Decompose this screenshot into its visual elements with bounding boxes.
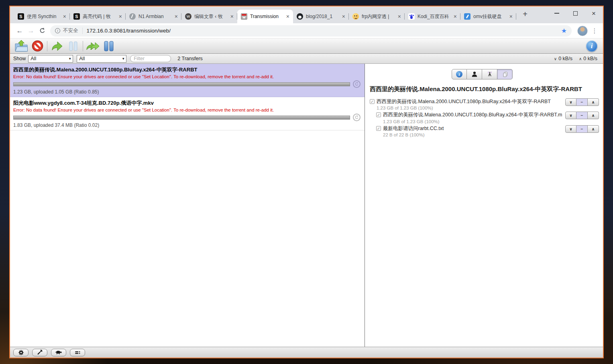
close-button[interactable]: × bbox=[584, 6, 603, 20]
tab-title: Transmission bbox=[250, 14, 285, 19]
tab-title: 高亮代码 | 牧 bbox=[83, 13, 117, 20]
minimize-icon bbox=[554, 13, 559, 14]
open-torrent-button[interactable] bbox=[13, 39, 29, 53]
file-texts: 西西里的美丽传说.Malena.2000.UNCUT.1080p.BluRay.… bbox=[383, 112, 562, 125]
pause-all-button[interactable] bbox=[101, 39, 117, 53]
inspector-tab-info[interactable]: i bbox=[452, 69, 467, 79]
maximize-button[interactable] bbox=[566, 6, 584, 20]
priority-low-button[interactable]: ∨ bbox=[565, 98, 576, 106]
gear-icon bbox=[18, 350, 24, 356]
tab-favicon bbox=[241, 13, 247, 20]
pause-all-icon bbox=[103, 40, 115, 52]
back-button[interactable]: ← bbox=[14, 25, 25, 37]
priority-high-button[interactable]: ∧ bbox=[588, 112, 599, 119]
toggle-inspector-button[interactable]: i bbox=[586, 41, 597, 52]
context-menu-button[interactable] bbox=[70, 349, 85, 356]
bookmark-star-icon[interactable]: ★ bbox=[561, 27, 567, 35]
omnibox[interactable]: i 不安全 172.16.0.3:8081/transmission/web/ … bbox=[50, 25, 572, 37]
priority-normal-button[interactable]: − bbox=[576, 112, 588, 119]
state-filter-value: All bbox=[31, 56, 36, 61]
tab-favicon bbox=[297, 13, 303, 20]
torrent-list: 西西里的美丽传说.Malena.2000.UNCUT.1080p.BluRay.… bbox=[10, 64, 365, 347]
file-row: ✓ 西西里的美丽传说.Malena.2000.UNCUT.1080p.BluRa… bbox=[370, 112, 599, 125]
url-text[interactable]: 172.16.0.3:8081/transmission/web/ bbox=[87, 28, 558, 34]
browser-tab[interactable]: 使用 Syncthin × bbox=[14, 10, 70, 23]
tracker-filter-select[interactable]: All ▼ bbox=[77, 55, 126, 63]
tab-close-icon[interactable]: × bbox=[341, 14, 346, 19]
torrent-progress-row bbox=[13, 80, 360, 88]
resume-torrent-button[interactable] bbox=[353, 80, 360, 88]
forward-button[interactable]: → bbox=[25, 25, 37, 37]
dropdown-caret-icon: ▼ bbox=[68, 57, 71, 61]
resume-icon bbox=[354, 115, 359, 120]
minimize-button[interactable] bbox=[548, 6, 566, 20]
settings-button[interactable] bbox=[13, 349, 29, 356]
inspector-tabs: i bbox=[452, 69, 516, 79]
inspector-tab-files[interactable] bbox=[497, 69, 513, 79]
browser-tab[interactable]: Transmission × bbox=[237, 10, 293, 23]
file-checkbox[interactable]: ✓ bbox=[376, 112, 381, 117]
resume-icon bbox=[354, 82, 359, 86]
priority-low-button[interactable]: ∨ bbox=[565, 125, 576, 133]
torrent-status: 1.83 GB, uploaded 37.4 MB (Ratio 0.02) bbox=[13, 122, 360, 128]
browser-tab[interactable]: 高亮代码 | 牧 × bbox=[70, 10, 126, 23]
tab-close-icon[interactable]: × bbox=[118, 14, 123, 19]
browser-tab[interactable]: omv挂载硬盘 × bbox=[460, 10, 516, 23]
tracker-antenna-icon bbox=[487, 71, 493, 77]
tab-favicon bbox=[18, 13, 24, 20]
file-texts: 最新电影请访问rarbt.CC.txt 22 B of 22 B (100%) bbox=[383, 125, 562, 138]
file-progress: 1.23 GB of 1.23 GB (100%) bbox=[383, 119, 562, 125]
up-chevron-icon: ∧ bbox=[579, 57, 582, 61]
reload-button[interactable] bbox=[37, 25, 48, 37]
dropdown-caret-icon: ▼ bbox=[122, 57, 125, 61]
info-icon: i bbox=[456, 71, 462, 77]
tab-close-icon[interactable]: × bbox=[174, 14, 179, 19]
start-all-button[interactable] bbox=[85, 39, 101, 53]
tab-title: N1 Armbian bbox=[138, 14, 173, 19]
priority-high-button[interactable]: ∧ bbox=[588, 98, 599, 106]
tab-close-icon[interactable]: × bbox=[230, 14, 234, 19]
profile-avatar[interactable] bbox=[577, 26, 588, 36]
priority-button-group: ∨ − ∧ bbox=[565, 98, 599, 106]
maximize-icon bbox=[573, 11, 578, 16]
turtle-icon bbox=[55, 350, 62, 355]
tab-close-icon[interactable]: × bbox=[285, 14, 290, 19]
page-info-icon[interactable]: i bbox=[55, 28, 60, 33]
filter-input[interactable] bbox=[130, 55, 171, 62]
preferences-button[interactable] bbox=[32, 349, 47, 356]
speed-indicators: ∨0 kB/s ∧0 kB/s bbox=[554, 56, 600, 61]
new-tab-button[interactable]: + bbox=[519, 9, 531, 20]
start-torrent-button[interactable] bbox=[49, 39, 65, 53]
resume-torrent-button[interactable] bbox=[353, 114, 360, 121]
priority-low-button[interactable]: ∨ bbox=[565, 112, 576, 119]
priority-high-button[interactable]: ∧ bbox=[588, 125, 599, 133]
tab-title: frp内网穿透 | bbox=[362, 13, 396, 20]
browser-tab[interactable]: frp内网穿透 | × bbox=[349, 10, 405, 23]
tab-close-icon[interactable]: × bbox=[453, 14, 458, 19]
tab-close-icon[interactable]: × bbox=[62, 14, 67, 19]
browser-tab[interactable]: 编辑文章 ‹ 牧 × bbox=[181, 10, 237, 23]
priority-button-group: ∨ − ∧ bbox=[565, 112, 599, 119]
remove-torrent-button[interactable] bbox=[29, 39, 45, 53]
browser-menu-icon[interactable]: ⋮ bbox=[590, 27, 599, 35]
file-checkbox[interactable]: ✓ bbox=[376, 126, 381, 131]
tracker-filter-value: All bbox=[79, 56, 85, 61]
priority-normal-button[interactable]: − bbox=[576, 98, 588, 106]
transfer-count: 2 Transfers bbox=[177, 56, 203, 61]
tab-close-icon[interactable]: × bbox=[397, 14, 402, 19]
torrent-row[interactable]: 阳光电影www.ygdy8.com.T-34坦克.BD.720p.俄语中字.mk… bbox=[10, 97, 365, 130]
state-filter-select[interactable]: All ▼ bbox=[28, 55, 73, 63]
pause-torrent-button[interactable] bbox=[65, 39, 81, 53]
tab-close-icon[interactable]: × bbox=[509, 14, 513, 19]
browser-tab[interactable]: N1 Armbian × bbox=[126, 10, 181, 23]
browser-tab[interactable]: Kodi_百度百科 × bbox=[405, 10, 460, 23]
priority-normal-button[interactable]: − bbox=[576, 125, 588, 133]
alt-speed-button[interactable] bbox=[51, 349, 66, 356]
inspector-tab-trackers[interactable] bbox=[482, 69, 497, 79]
inspector-tab-peers[interactable] bbox=[467, 69, 482, 79]
reload-icon bbox=[39, 27, 46, 34]
file-checkbox[interactable]: ✓ bbox=[370, 99, 375, 104]
tab-favicon bbox=[352, 13, 359, 20]
browser-tab[interactable]: blog/2018_1 × bbox=[293, 10, 349, 23]
torrent-row[interactable]: 西西里的美丽传说.Malena.2000.UNCUT.1080p.BluRay.… bbox=[10, 64, 365, 97]
